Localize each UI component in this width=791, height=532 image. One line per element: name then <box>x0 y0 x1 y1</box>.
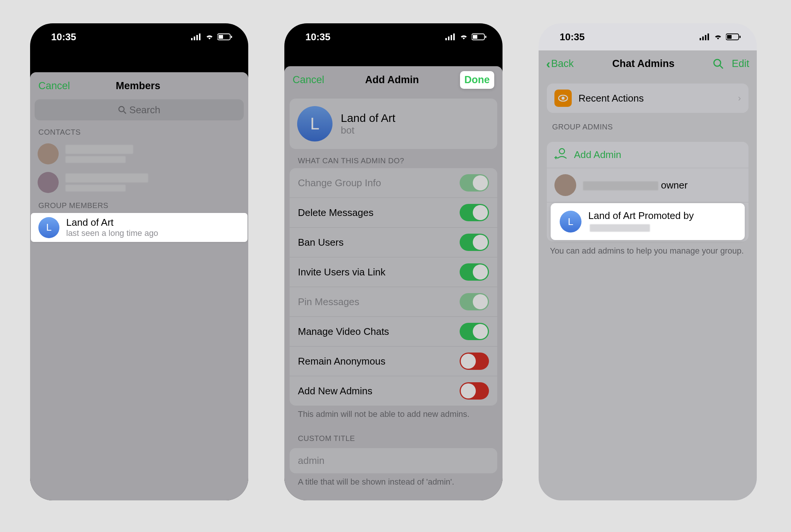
perm-row: Add New Admins✕ <box>290 376 497 406</box>
section-contacts: CONTACTS <box>30 123 248 140</box>
admin-name: Land of Art <box>588 210 636 221</box>
avatar <box>38 172 59 193</box>
check-icon: ✓ <box>478 297 485 307</box>
page-title: Members <box>116 80 161 92</box>
custom-title-footer: A title that will be shown instead of 'a… <box>284 473 503 487</box>
svg-rect-2 <box>196 35 198 40</box>
avatar: L <box>560 211 581 233</box>
redacted-name <box>583 181 658 190</box>
contact-row[interactable] <box>30 168 248 197</box>
check-icon: ✓ <box>478 237 485 247</box>
page-title: Add Admin <box>365 74 419 86</box>
svg-rect-18 <box>705 35 706 40</box>
search-input[interactable]: Search <box>35 99 244 120</box>
svg-rect-21 <box>727 35 732 39</box>
perm-label: Ban Users <box>298 237 343 248</box>
member-status: last seen a long time ago <box>66 228 158 238</box>
svg-line-8 <box>124 111 126 114</box>
check-icon: ✓ <box>478 327 485 336</box>
redacted-sub <box>65 156 126 163</box>
add-admin-row[interactable]: Add Admin <box>547 142 748 168</box>
avatar: L <box>38 217 59 238</box>
perm-label: Invite Users via Link <box>298 266 386 278</box>
svg-point-26 <box>562 97 565 100</box>
recent-actions-row[interactable]: Recent Actions › <box>547 84 748 113</box>
search-icon[interactable] <box>713 58 723 69</box>
search-icon <box>118 106 126 114</box>
redacted-name <box>65 145 133 154</box>
add-admin-label: Add Admin <box>574 149 621 161</box>
svg-rect-10 <box>448 36 449 40</box>
perm-label: Add New Admins <box>298 385 372 397</box>
avatar: L <box>297 106 332 141</box>
cancel-button[interactable]: Cancel <box>293 74 324 86</box>
perm-row: Pin Messages✓ <box>290 287 497 317</box>
member-name: Land of Art <box>66 217 158 228</box>
permissions-list: Change Group Info✓Delete Messages✓Ban Us… <box>290 168 497 406</box>
edit-button[interactable]: Edit <box>732 58 749 70</box>
perm-label: Change Group Info <box>298 177 381 189</box>
redacted-sub <box>65 185 126 192</box>
perm-toggle[interactable]: ✕ <box>460 353 489 370</box>
perm-row: Change Group Info✓ <box>290 168 497 198</box>
svg-rect-12 <box>453 33 455 40</box>
section-group-members: GROUP MEMBERS <box>30 197 248 213</box>
check-icon: ✓ <box>478 267 485 277</box>
svg-point-7 <box>119 106 124 112</box>
status-time: 10:35 <box>51 31 76 43</box>
cross-icon: ✕ <box>464 386 471 396</box>
redacted-promoter <box>590 224 650 232</box>
svg-rect-17 <box>702 36 704 40</box>
section-custom-title: CUSTOM TITLE <box>284 419 503 446</box>
perm-label: Manage Video Chats <box>298 326 389 337</box>
add-admin-icon <box>554 148 567 162</box>
admin-row-owner[interactable]: owner <box>547 168 748 202</box>
perm-toggle[interactable]: ✓ <box>460 234 489 251</box>
chevron-right-icon: › <box>738 93 741 103</box>
member-name: Land of Art <box>341 112 395 125</box>
permissions-footer: This admin will not be able to add new a… <box>284 406 503 419</box>
perm-toggle[interactable]: ✓ <box>460 323 489 340</box>
svg-point-23 <box>714 59 721 66</box>
admins-footer: You can add admins to help you manage yo… <box>539 242 757 260</box>
svg-line-24 <box>720 65 723 68</box>
svg-rect-22 <box>739 36 741 38</box>
perm-toggle[interactable]: ✓ <box>460 263 489 281</box>
perm-row: Ban Users✓ <box>290 228 497 257</box>
perm-row: Delete Messages✓ <box>290 198 497 228</box>
custom-title-placeholder: admin <box>298 455 325 466</box>
perm-row: Remain Anonymous✕ <box>290 347 497 376</box>
perm-toggle[interactable]: ✕ <box>460 382 489 400</box>
search-placeholder: Search <box>129 104 160 116</box>
done-button[interactable]: Done <box>460 71 495 89</box>
svg-rect-5 <box>219 35 223 39</box>
svg-point-27 <box>559 149 565 154</box>
svg-rect-1 <box>194 36 195 40</box>
cross-icon: ✕ <box>464 356 471 366</box>
cancel-button[interactable]: Cancel <box>38 80 70 92</box>
section-group-admins: GROUP ADMINS <box>539 113 757 135</box>
perm-toggle[interactable]: ✓ <box>460 293 489 310</box>
perm-toggle[interactable]: ✓ <box>460 174 489 192</box>
status-time: 10:35 <box>305 31 331 43</box>
check-icon: ✓ <box>478 208 485 217</box>
perm-toggle[interactable]: ✓ <box>460 204 489 221</box>
custom-title-input[interactable]: admin <box>290 448 497 473</box>
perm-row: Manage Video Chats✓ <box>290 317 497 347</box>
section-permissions: WHAT CAN THIS ADMIN DO? <box>284 152 503 168</box>
status-time: 10:35 <box>560 31 585 43</box>
svg-rect-6 <box>231 36 232 38</box>
perm-label: Delete Messages <box>298 207 373 219</box>
status-icons <box>445 33 487 40</box>
page-title: Chat Admins <box>612 58 675 70</box>
admins-card: Add Admin owner L Land of Art Promoted b… <box>547 142 748 242</box>
member-row-land-of-art[interactable]: L Land of Art last seen a long time ago <box>31 213 247 242</box>
perm-row: Invite Users via Link✓ <box>290 257 497 287</box>
svg-rect-19 <box>707 33 709 40</box>
contact-row[interactable] <box>30 140 248 168</box>
avatar <box>554 174 576 196</box>
svg-rect-3 <box>199 33 200 40</box>
back-button[interactable]: ‹ Back <box>546 58 574 70</box>
svg-rect-16 <box>700 38 701 40</box>
admin-row-land-of-art[interactable]: L Land of Art Promoted by <box>552 204 743 239</box>
